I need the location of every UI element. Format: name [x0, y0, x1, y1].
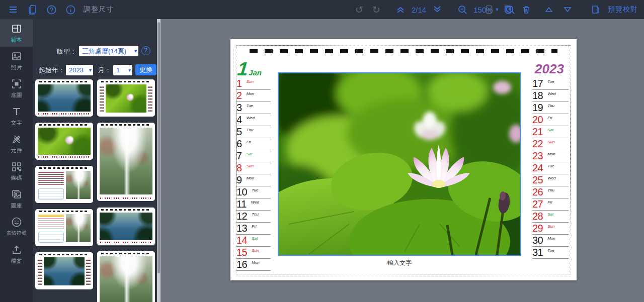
- panel-scrollbar[interactable]: [157, 19, 160, 302]
- calendar-day-row: 11Wed: [236, 198, 271, 211]
- calendar-day-row: 9Mon: [236, 174, 271, 186]
- add-page-icon[interactable]: [483, 4, 495, 16]
- thumb-binding-dashes: [101, 209, 151, 211]
- template-thumbnail-fall-tall[interactable]: [97, 123, 155, 201]
- sidebar-item-label: 表情符號: [7, 230, 27, 237]
- day-of-week: Wed: [251, 200, 259, 205]
- photo-placeholder[interactable]: [278, 72, 521, 256]
- day-of-week: Wed: [547, 91, 555, 96]
- toolbar-right-group: 預覽校對: [483, 0, 638, 19]
- page-down-icon[interactable]: [431, 4, 443, 16]
- thumb-waterfall-photo: [66, 171, 91, 199]
- move-page-down-icon[interactable]: [561, 4, 574, 16]
- document-pages-icon[interactable]: [26, 4, 38, 16]
- redo-icon[interactable]: ↻: [370, 4, 382, 16]
- sidebar-item-label: 文字: [11, 119, 22, 127]
- sidebar-item-background[interactable]: 底圖: [0, 74, 33, 102]
- template-thumbnail-lake-bottom-selected[interactable]: [97, 208, 155, 245]
- sidebar-item-text[interactable]: 文字: [0, 102, 33, 130]
- calendar-day-row: 18Wed: [532, 90, 569, 102]
- calendar-page[interactable]: 1Jan 2023 1Sun2Mon3Tue4Wed5Thu6Fri7Sat8S…: [230, 39, 577, 280]
- day-of-week: Mon: [247, 91, 255, 96]
- sidebar-item-template[interactable]: 範本: [0, 19, 33, 47]
- delete-page-icon[interactable]: [520, 4, 532, 16]
- start-year-label: 起始年：: [39, 66, 65, 75]
- day-number: 4: [236, 114, 242, 126]
- day-number: 16: [236, 259, 247, 270]
- calendar-day-row: 10Tue: [236, 186, 271, 198]
- template-thumbnail-grid-notes-yellow[interactable]: [35, 209, 93, 246]
- thumb-notes-box: [38, 188, 64, 199]
- sidebar-item-emoji[interactable]: 表情符號: [0, 213, 33, 240]
- day-of-week: Fri: [547, 200, 552, 205]
- month-select[interactable]: 1: [113, 65, 132, 75]
- day-of-week: Thu: [547, 104, 554, 108]
- panel-scrollbar-thumb[interactable]: [157, 22, 160, 273]
- layout-type-select[interactable]: 三角桌曆(14頁): [79, 46, 138, 56]
- calendar-day-row: 25Wed: [532, 174, 569, 186]
- thumb-lake-photo: [44, 257, 85, 285]
- calendar-day-row: 7Sat: [236, 150, 271, 162]
- day-number: 1: [236, 78, 242, 89]
- day-of-week: Mon: [547, 152, 555, 156]
- thumb-notes-box: [38, 232, 64, 243]
- day-of-week: Tue: [547, 164, 554, 168]
- start-year-select[interactable]: 2023: [66, 65, 93, 75]
- caption-text-placeholder[interactable]: 輸入文字: [278, 259, 521, 267]
- preview-proof-label[interactable]: 預覽校對: [608, 5, 638, 14]
- calendar-day-row: 29Sun: [532, 223, 569, 235]
- day-of-week: Thu: [247, 128, 254, 132]
- calendar-day-row: 6Fri: [236, 138, 271, 150]
- day-number: 28: [532, 211, 543, 222]
- template-thumbnail-fall-tall[interactable]: [97, 251, 155, 302]
- template-thumbnail-lotus-side[interactable]: [97, 79, 155, 117]
- calendar-day-row: 31Tue: [532, 247, 569, 259]
- tool-sidebar: 範本照片底圖文字元件條碼圖庫表情符號檔案: [0, 19, 33, 302]
- day-of-week: Sun: [547, 140, 554, 144]
- move-page-up-icon[interactable]: [543, 4, 555, 16]
- info-icon[interactable]: [64, 4, 76, 16]
- sidebar-item-elements[interactable]: 元件: [0, 130, 33, 157]
- gallery-icon: [11, 188, 23, 200]
- sidebar-item-label: 照片: [11, 64, 22, 71]
- template-thumbnail-lake-bottom[interactable]: [35, 79, 93, 117]
- sidebar-item-file[interactable]: 檔案: [0, 240, 33, 268]
- layout-type-label: 版型：: [57, 47, 76, 56]
- calendar-day-row: 19Thu: [532, 102, 569, 114]
- day-of-week: Sat: [547, 128, 553, 132]
- barcode-icon: [11, 161, 23, 173]
- help-icon[interactable]: [45, 4, 57, 16]
- month-header: 1Jan: [237, 60, 262, 77]
- page-up-icon[interactable]: [394, 4, 407, 16]
- elements-icon: [11, 133, 23, 145]
- template-panel: 版型： 三角桌曆(14頁) ? 起始年： 2023 月： 1 更換 封底雙年表：…: [33, 19, 157, 302]
- template-icon: [11, 23, 23, 35]
- sidebar-item-gallery[interactable]: 圖庫: [0, 185, 33, 213]
- day-number: 29: [532, 223, 543, 234]
- thumb-binding-dashes: [101, 124, 151, 126]
- day-number: 24: [532, 162, 543, 174]
- template-thumbnail-grid-notes[interactable]: [35, 166, 93, 203]
- sidebar-item-photo[interactable]: 照片: [0, 47, 33, 74]
- sidebar-item-label: 條碼: [11, 174, 22, 182]
- template-thumbnail-lake-side[interactable]: [35, 252, 93, 289]
- design-canvas: 1Jan 2023 1Sun2Mon3Tue4Wed5Thu6Fri7Sat8S…: [160, 19, 644, 302]
- calendar-day-row: 26Thu: [532, 186, 569, 198]
- zoom-out-icon[interactable]: [456, 4, 468, 16]
- calendar-day-row: 13Fri: [236, 223, 271, 235]
- sidebar-item-barcode[interactable]: 條碼: [0, 157, 33, 185]
- undo-icon[interactable]: ↺: [353, 4, 365, 16]
- duplicate-page-icon[interactable]: [502, 4, 514, 16]
- thumb-binding-dashes: [39, 254, 89, 255]
- thumb-left-dates: [38, 259, 42, 286]
- day-of-week: Sat: [252, 236, 258, 241]
- day-of-week: Fri: [547, 116, 552, 120]
- thumb-right-dates: [86, 259, 91, 286]
- menu-icon[interactable]: [7, 4, 19, 16]
- layout-help-icon[interactable]: ?: [141, 46, 150, 55]
- change-button[interactable]: 更換: [135, 64, 156, 75]
- day-number: 22: [532, 138, 543, 150]
- preview-exit-icon[interactable]: [589, 4, 601, 16]
- template-thumbnail-lotus-bottom[interactable]: [35, 123, 93, 160]
- resize-label[interactable]: 調整尺寸: [84, 5, 114, 14]
